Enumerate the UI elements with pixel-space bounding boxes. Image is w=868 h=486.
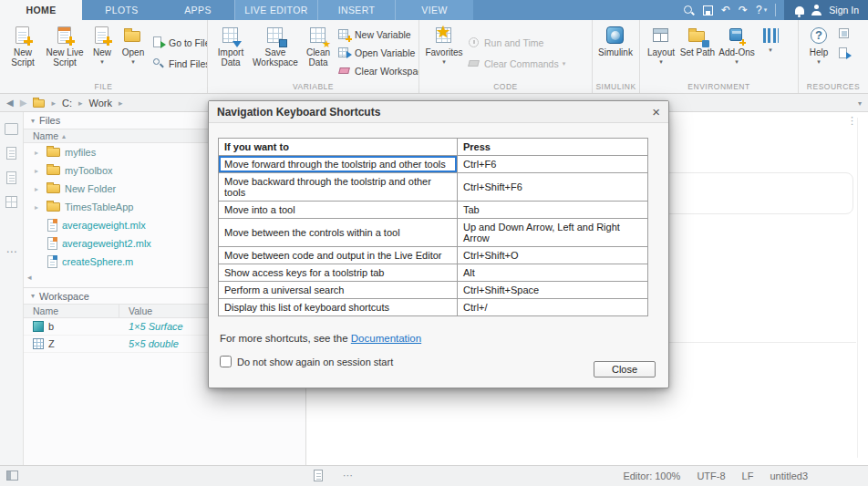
documentation-link[interactable]: Documentation: [351, 333, 421, 344]
resources-extra-top-button[interactable]: [838, 27, 851, 40]
user-person-icon[interactable]: [811, 5, 822, 16]
shortcut-keys: Ctrl+Shift+O: [458, 247, 648, 264]
help-button[interactable]: ? Help ▾: [802, 24, 835, 65]
notifications-bell-icon[interactable]: [795, 6, 804, 15]
favorites-button[interactable]: ★ Favorites ▾: [423, 24, 465, 65]
breadcrumb-drive[interactable]: C:: [62, 98, 72, 109]
shortcut-action: Move forward through the toolstrip and o…: [219, 156, 458, 173]
close-icon[interactable]: ×: [652, 105, 660, 119]
back-button[interactable]: ◀: [6, 98, 14, 108]
new-live-script-button[interactable]: New Live Script: [42, 24, 88, 67]
run-and-time-button[interactable]: Run and Time: [468, 36, 565, 49]
section-label-resources: RESOURCES: [799, 82, 868, 91]
new-script-button[interactable]: New Script: [4, 24, 42, 67]
chevron-down-icon: ▾: [442, 59, 446, 65]
shortcut-keys: Tab: [458, 202, 648, 219]
live-script-file-icon: [47, 219, 57, 232]
close-button[interactable]: Close: [594, 361, 656, 377]
document-status-icon[interactable]: [314, 470, 323, 481]
layout-label: Layout: [647, 47, 675, 57]
panel-editor-icon[interactable]: [6, 147, 16, 160]
import-data-label: Import Data: [212, 47, 250, 67]
chevron-down-icon: ▾: [817, 59, 821, 65]
dont-show-again-checkbox[interactable]: [220, 356, 232, 367]
dialog-titlebar[interactable]: Navigation Keyboard Shortcuts ×: [209, 101, 668, 123]
find-files-button[interactable]: Find Files: [152, 57, 208, 70]
go-to-file-button[interactable]: Go to File: [152, 36, 208, 49]
simulink-label: Simulink: [598, 47, 633, 57]
panel-menu-icon[interactable]: ⋮: [847, 115, 857, 127]
resources-small-buttons: [838, 24, 851, 60]
open-variable-button[interactable]: Open Variable ▾: [338, 47, 419, 59]
forward-button[interactable]: ▶: [20, 98, 27, 108]
redo-icon[interactable]: ↷: [739, 0, 748, 20]
section-label-code: CODE: [419, 82, 592, 91]
tab-home[interactable]: HOME: [0, 0, 82, 20]
new-icon: [92, 26, 112, 46]
collapse-icon: ▾: [31, 117, 35, 125]
workspace-column-name[interactable]: Name: [24, 305, 119, 317]
import-data-button[interactable]: Import Data: [212, 24, 250, 67]
tab-view[interactable]: VIEW: [395, 0, 473, 20]
open-variable-label: Open Variable: [355, 47, 415, 58]
sign-in-link[interactable]: Sign In: [829, 5, 859, 16]
chevron-down-icon: ▾: [563, 60, 566, 67]
parallel-menu-button[interactable]: ▾: [757, 24, 784, 53]
files-column-name-label: Name: [33, 130, 58, 141]
more-shortcuts-text: For more shortcuts, see the Documentatio…: [220, 333, 668, 344]
shortcut-action: Move between code and output in the Live…: [219, 247, 458, 264]
clear-workspace-button[interactable]: Clear Workspace ▾: [338, 65, 419, 78]
files-panel-title: Files: [39, 115, 60, 126]
add-ons-button[interactable]: Add-Ons ▾: [717, 24, 757, 65]
panel-files-icon[interactable]: [5, 123, 18, 135]
go-to-file-icon: [152, 36, 165, 49]
tabbar-quick-access: ↶ ↷ ? ▾ Sign In: [683, 0, 868, 20]
panel-workspace-icon[interactable]: [5, 196, 17, 208]
save-workspace-button[interactable]: Save Workspace: [250, 24, 301, 67]
status-right-group: Editor: 100% UTF-8 LF untitled3: [623, 466, 808, 486]
go-to-file-label: Go to File: [169, 37, 208, 48]
layout-icon: [651, 26, 671, 46]
file-name: New Folder: [65, 183, 116, 194]
account-zone: Sign In: [784, 0, 868, 20]
status-more-icon[interactable]: ⋯: [343, 470, 353, 481]
clear-commands-button[interactable]: Clear Commands ▾: [468, 57, 565, 70]
open-button[interactable]: Open ▾: [117, 24, 150, 65]
search-icon[interactable]: [683, 5, 695, 16]
variable-name: b: [48, 321, 54, 332]
shortcut-keys: Alt: [458, 264, 648, 282]
clear-workspace-label: Clear Workspace: [355, 66, 419, 77]
panel-details-icon[interactable]: [6, 171, 16, 184]
shortcut-action: Move into a tool: [219, 202, 458, 219]
breadcrumb-separator: ▸: [78, 98, 83, 108]
status-encoding: UTF-8: [697, 470, 725, 481]
tab-apps[interactable]: APPS: [161, 0, 234, 20]
workspace-panel-title: Workspace: [39, 291, 89, 302]
vertical-scrollbar[interactable]: [857, 118, 858, 458]
live-script-file-icon: [47, 237, 57, 250]
shortcut-row: Perform a universal search Ctrl+Shift+Sp…: [219, 282, 648, 299]
undo-icon[interactable]: ↶: [721, 0, 730, 20]
new-variable-button[interactable]: New Variable: [338, 28, 419, 41]
chevron-right-icon: ▸: [35, 185, 42, 193]
resources-extra-bottom-button[interactable]: [838, 47, 851, 60]
layout-button[interactable]: Layout ▾: [644, 24, 678, 65]
tab-plots[interactable]: PLOTS: [82, 0, 161, 20]
address-bar-collapse-icon[interactable]: ▾: [858, 99, 862, 108]
simulink-button[interactable]: Simulink: [596, 24, 635, 57]
file-name: myToolbox: [65, 165, 113, 176]
shortcut-keys: Ctrl+F6: [458, 156, 648, 173]
panel-more-icon[interactable]: ⋯: [6, 245, 17, 258]
breadcrumb-folder[interactable]: Work: [88, 98, 111, 109]
shortcut-keys: Ctrl+Shift+F6: [458, 173, 648, 202]
clean-data-button[interactable]: ★ Clean Data: [301, 24, 336, 67]
tab-insert[interactable]: INSERT: [317, 0, 395, 20]
quick-help-button[interactable]: ? ▾: [756, 0, 767, 20]
set-path-button[interactable]: Set Path: [678, 24, 717, 57]
column-label: Value: [129, 305, 152, 316]
new-button[interactable]: New ▾: [88, 24, 117, 65]
status-bar: ⋯ Editor: 100% UTF-8 LF untitled3: [0, 465, 868, 486]
layout-toggle-icon[interactable]: [6, 470, 18, 481]
tab-live-editor[interactable]: LIVE EDITOR: [234, 0, 317, 20]
save-icon[interactable]: [703, 5, 713, 16]
